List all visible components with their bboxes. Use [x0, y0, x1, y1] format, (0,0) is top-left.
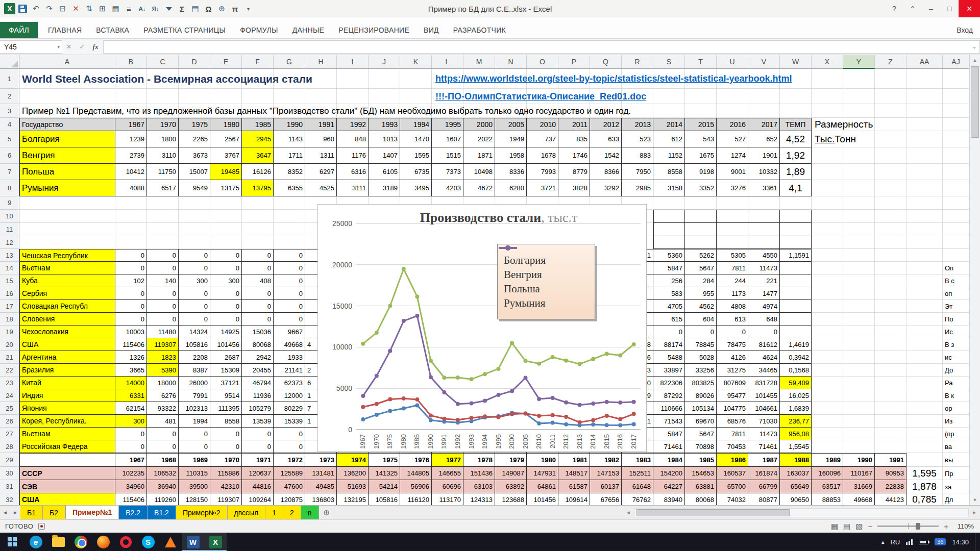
- cell-J8[interactable]: 3189: [369, 180, 400, 196]
- cell-L6[interactable]: 1515: [432, 147, 463, 164]
- cell-T20[interactable]: 78845: [685, 338, 717, 351]
- cell-AJ12[interactable]: [943, 236, 969, 249]
- pi-symbol-icon[interactable]: π: [229, 3, 241, 15]
- horizontal-scrollbar[interactable]: ◄►: [623, 506, 980, 519]
- cell-P8[interactable]: 3828: [558, 180, 590, 196]
- cell-I8[interactable]: 3111: [337, 180, 369, 196]
- cell-S26[interactable]: 71543: [653, 415, 685, 428]
- cell-F31[interactable]: 44816: [242, 480, 274, 493]
- cell-AA26[interactable]: [906, 415, 943, 428]
- cell-T2[interactable]: [685, 89, 717, 104]
- cell-Y18[interactable]: [843, 313, 875, 325]
- cell-U14[interactable]: 7811: [717, 262, 748, 274]
- undo-icon[interactable]: ↶: [30, 3, 42, 15]
- cell-B26[interactable]: 300: [115, 415, 147, 428]
- cell-U6[interactable]: 1274: [717, 147, 748, 164]
- cell-G22[interactable]: 21141: [274, 364, 305, 377]
- row-header-25[interactable]: 25: [0, 402, 19, 415]
- cell-K7[interactable]: 6735: [400, 164, 432, 180]
- cell-U12[interactable]: [717, 236, 748, 249]
- sheet-tab-Б2[interactable]: Б2: [43, 506, 65, 519]
- cell-Z24[interactable]: [875, 389, 906, 402]
- ribbon-tab-3[interactable]: РАЗМЕТКА СТРАНИЦЫ: [136, 22, 233, 38]
- cell-C21[interactable]: 1823: [147, 351, 179, 364]
- cell-U21[interactable]: 4126: [717, 351, 748, 364]
- cell-T6[interactable]: 1675: [685, 147, 717, 164]
- cell-Z5[interactable]: [875, 131, 906, 147]
- cell-L31[interactable]: 60696: [432, 480, 463, 493]
- cell-C30[interactable]: 106532: [147, 467, 179, 480]
- cell-F22[interactable]: 20455: [242, 364, 274, 377]
- cell-T22[interactable]: 33256: [685, 364, 717, 377]
- cell-S14[interactable]: 5847: [653, 262, 685, 274]
- cell-Z25[interactable]: [875, 402, 906, 415]
- column-header-T[interactable]: T: [685, 55, 717, 69]
- cell-U28[interactable]: 70453: [717, 440, 748, 453]
- cell-J7[interactable]: 6105: [369, 164, 400, 180]
- cell-J29[interactable]: 1975: [369, 453, 400, 467]
- cell-Z18[interactable]: [875, 313, 906, 325]
- cell-F7[interactable]: 16126: [242, 164, 274, 180]
- cell-D15[interactable]: 300: [179, 274, 210, 287]
- cell-S31[interactable]: 64227: [653, 480, 685, 493]
- cell-AA15[interactable]: [906, 274, 943, 287]
- cell-X30[interactable]: 160096: [812, 467, 843, 480]
- cell-F9[interactable]: [242, 196, 274, 210]
- cell-Z6[interactable]: [875, 147, 906, 164]
- cell-B15[interactable]: 102: [115, 274, 147, 287]
- cell-D23[interactable]: 26000: [179, 377, 210, 389]
- row-header-29[interactable]: 29: [0, 453, 19, 467]
- cell-D6[interactable]: 3673: [179, 147, 210, 164]
- cell-O29[interactable]: 1980: [527, 453, 558, 467]
- cell-Q8[interactable]: 3292: [590, 180, 622, 196]
- cell-W22[interactable]: 0,1568: [780, 364, 812, 377]
- cell-C7[interactable]: 11750: [147, 164, 179, 180]
- row-header-20[interactable]: 20: [0, 338, 19, 351]
- cell-AA30[interactable]: 1,595: [906, 467, 943, 480]
- cell-A20[interactable]: США: [19, 338, 115, 351]
- cell-Z29[interactable]: 1991: [875, 453, 906, 467]
- cell-G16[interactable]: 0: [274, 287, 305, 300]
- cell-N4[interactable]: 2005: [495, 118, 527, 131]
- row-header-10[interactable]: 10: [0, 210, 19, 223]
- cell-AA11[interactable]: [906, 223, 943, 236]
- cell-E12[interactable]: [210, 236, 242, 249]
- cell-M7[interactable]: 10498: [463, 164, 495, 180]
- cell-D30[interactable]: 110315: [179, 467, 210, 480]
- cell-C20[interactable]: 119307: [147, 338, 179, 351]
- cell-A26[interactable]: Корея, Республика.: [19, 415, 115, 428]
- zoom-in-icon[interactable]: +: [944, 522, 948, 531]
- cell-N6[interactable]: 1958: [495, 147, 527, 164]
- cell-W21[interactable]: 0,3942: [780, 351, 812, 364]
- cell-B2[interactable]: [115, 89, 147, 104]
- cell-B12[interactable]: [115, 236, 147, 249]
- cell-X3[interactable]: [812, 104, 843, 118]
- cell-A27[interactable]: Вьетнам: [19, 428, 115, 440]
- cell-AJ11[interactable]: [943, 223, 969, 236]
- cell-D22[interactable]: 8387: [179, 364, 210, 377]
- cell-F6[interactable]: 3647: [242, 147, 274, 164]
- cell-W3[interactable]: [780, 104, 812, 118]
- cell-U18[interactable]: 613: [717, 313, 748, 325]
- cell-J2[interactable]: [369, 89, 400, 104]
- cell-E10[interactable]: [210, 210, 242, 223]
- column-header-U[interactable]: U: [717, 55, 748, 69]
- cell-G20[interactable]: 49668: [274, 338, 305, 351]
- cell-G18[interactable]: 0: [274, 313, 305, 325]
- cell-I7[interactable]: 6316: [337, 164, 369, 180]
- cell-C31[interactable]: 36940: [147, 480, 179, 493]
- cell-W14[interactable]: [780, 262, 812, 274]
- cell-Z7[interactable]: [875, 164, 906, 180]
- cell-C16[interactable]: 0: [147, 287, 179, 300]
- cell-H6[interactable]: 1311: [305, 147, 337, 164]
- cell-Y17[interactable]: [843, 300, 875, 313]
- column-header-M[interactable]: M: [463, 55, 495, 69]
- row-header-30[interactable]: 30: [0, 467, 19, 480]
- cell-AJ4[interactable]: [943, 118, 969, 131]
- cell-C18[interactable]: 0: [147, 313, 179, 325]
- cell-P7[interactable]: 8779: [558, 164, 590, 180]
- ribbon-tab-7[interactable]: ВИД: [416, 22, 446, 38]
- cell-U19[interactable]: 0: [717, 325, 748, 338]
- cell-X12[interactable]: [812, 236, 843, 249]
- more-commands-icon[interactable]: ▾: [242, 3, 254, 15]
